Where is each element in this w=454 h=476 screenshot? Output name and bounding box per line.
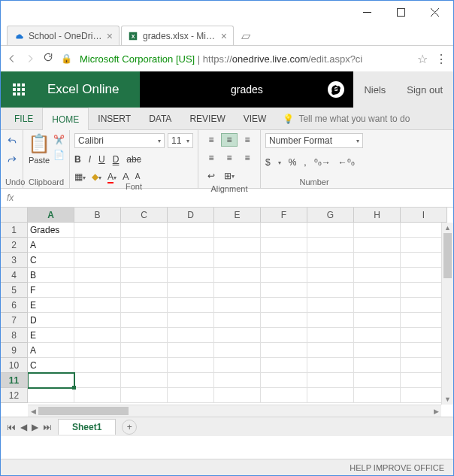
- percent-button[interactable]: %: [289, 157, 297, 168]
- cell-E8[interactable]: [214, 328, 261, 343]
- cell-F4[interactable]: [261, 268, 307, 283]
- cell-H1[interactable]: [354, 223, 401, 238]
- cell-I9[interactable]: [401, 343, 447, 358]
- cell-E12[interactable]: [214, 388, 261, 403]
- col-header-A[interactable]: A: [28, 208, 74, 223]
- col-header-G[interactable]: G: [307, 208, 354, 223]
- cell-A4[interactable]: B: [28, 268, 74, 283]
- cell-E6[interactable]: [214, 298, 261, 313]
- cell-A7[interactable]: D: [28, 313, 74, 328]
- cell-H3[interactable]: [354, 253, 401, 268]
- cell-F8[interactable]: [261, 328, 307, 343]
- cell-D11[interactable]: [168, 373, 214, 388]
- bold-button[interactable]: B: [74, 154, 81, 165]
- cell-C9[interactable]: [121, 343, 168, 358]
- cell-A6[interactable]: E: [28, 298, 74, 313]
- cell-A10[interactable]: C: [28, 358, 74, 373]
- cell-H7[interactable]: [354, 313, 401, 328]
- cell-A12[interactable]: [28, 388, 74, 403]
- cell-F9[interactable]: [261, 343, 307, 358]
- grow-font-button[interactable]: A: [123, 171, 129, 182]
- signout-button[interactable]: Sign out: [396, 84, 453, 96]
- align-middle-button[interactable]: ≡: [221, 133, 238, 147]
- increase-decimal-button[interactable]: ⁰₀→: [314, 157, 331, 168]
- cell-D3[interactable]: [168, 253, 214, 268]
- cell-C2[interactable]: [121, 238, 168, 253]
- cell-A5[interactable]: F: [28, 283, 74, 298]
- cell-G3[interactable]: [307, 253, 354, 268]
- cell-E10[interactable]: [214, 358, 261, 373]
- row-header-5[interactable]: 5: [1, 283, 28, 298]
- cell-E1[interactable]: [214, 223, 261, 238]
- cell-G4[interactable]: [307, 268, 354, 283]
- cell-B8[interactable]: [74, 328, 121, 343]
- sheet-nav-prev[interactable]: ◀: [20, 422, 27, 432]
- window-close-button[interactable]: [418, 2, 452, 23]
- align-center-button[interactable]: ≡: [221, 151, 238, 165]
- scroll-thumb[interactable]: [443, 233, 452, 278]
- align-bottom-button[interactable]: ≡: [239, 133, 256, 147]
- tab-home[interactable]: HOME: [42, 108, 89, 130]
- scroll-right-icon[interactable]: ▶: [431, 405, 441, 417]
- cell-G12[interactable]: [307, 388, 354, 403]
- tell-me-search[interactable]: 💡 Tell me what you want to do: [283, 108, 410, 129]
- sheet-nav-next[interactable]: ▶: [32, 422, 38, 432]
- cell-I11[interactable]: [401, 373, 447, 388]
- cell-C3[interactable]: [121, 253, 168, 268]
- cell-I1[interactable]: [401, 223, 447, 238]
- tab-file[interactable]: FILE: [5, 108, 42, 129]
- cell-F2[interactable]: [261, 238, 307, 253]
- font-size-select[interactable]: 11▾: [168, 133, 193, 148]
- cell-I7[interactable]: [401, 313, 447, 328]
- border-button[interactable]: ▦▾: [74, 171, 86, 182]
- col-header-F[interactable]: F: [261, 208, 307, 223]
- app-launcher-button[interactable]: [1, 71, 37, 108]
- new-tab-button[interactable]: ▱: [238, 28, 253, 43]
- cell-H9[interactable]: [354, 343, 401, 358]
- wrap-text-button[interactable]: ↩: [203, 169, 219, 183]
- cell-E9[interactable]: [214, 343, 261, 358]
- url-display[interactable]: Microsoft Corporation [US] | https://one…: [80, 53, 410, 65]
- cell-H12[interactable]: [354, 388, 401, 403]
- cut-button[interactable]: ✂️: [53, 135, 65, 145]
- cell-F12[interactable]: [261, 388, 307, 403]
- cell-G10[interactable]: [307, 358, 354, 373]
- reload-button[interactable]: [43, 52, 53, 65]
- cell-D7[interactable]: [168, 313, 214, 328]
- cell-E5[interactable]: [214, 283, 261, 298]
- cell-B7[interactable]: [74, 313, 121, 328]
- cell-B9[interactable]: [74, 343, 121, 358]
- cell-G9[interactable]: [307, 343, 354, 358]
- sheet-tab-sheet1[interactable]: Sheet1: [58, 419, 116, 435]
- row-header-1[interactable]: 1: [1, 223, 28, 238]
- document-title[interactable]: grades: [231, 83, 263, 96]
- close-icon[interactable]: ×: [107, 30, 113, 42]
- double-underline-button[interactable]: D: [113, 154, 120, 165]
- merge-button[interactable]: ⊞▾: [221, 169, 238, 183]
- align-left-button[interactable]: ≡: [203, 151, 219, 165]
- cells-area[interactable]: GradesACBFEDEAC: [28, 223, 453, 403]
- cell-B5[interactable]: [74, 283, 121, 298]
- cell-D1[interactable]: [168, 223, 214, 238]
- cell-D8[interactable]: [168, 328, 214, 343]
- cell-F3[interactable]: [261, 253, 307, 268]
- cell-I5[interactable]: [401, 283, 447, 298]
- redo-button[interactable]: [6, 155, 18, 168]
- cell-B10[interactable]: [74, 358, 121, 373]
- cell-E4[interactable]: [214, 268, 261, 283]
- cell-H5[interactable]: [354, 283, 401, 298]
- bookmark-button[interactable]: ☆: [417, 52, 428, 66]
- col-header-B[interactable]: B: [74, 208, 121, 223]
- add-sheet-button[interactable]: +: [122, 420, 137, 435]
- cell-H8[interactable]: [354, 328, 401, 343]
- tab-insert[interactable]: INSERT: [89, 108, 140, 129]
- row-header-11[interactable]: 11: [1, 373, 28, 388]
- back-button[interactable]: [7, 53, 17, 64]
- cell-A2[interactable]: A: [28, 238, 74, 253]
- skype-button[interactable]: S: [328, 81, 344, 98]
- row-header-9[interactable]: 9: [1, 343, 28, 358]
- cell-I6[interactable]: [401, 298, 447, 313]
- window-minimize-button[interactable]: [350, 2, 384, 23]
- cell-H10[interactable]: [354, 358, 401, 373]
- currency-button[interactable]: $: [265, 157, 271, 168]
